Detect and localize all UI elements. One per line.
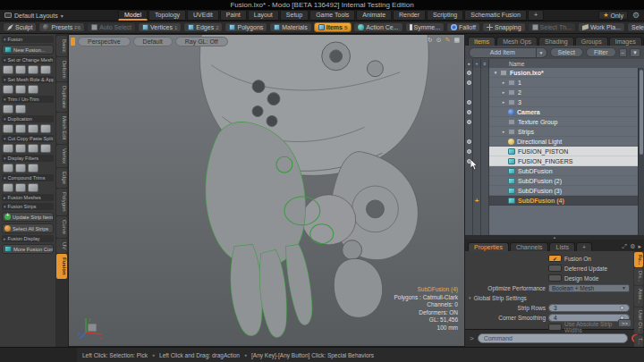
expand-more-button[interactable]: >> <box>618 319 631 327</box>
visibility-cell[interactable] <box>465 117 473 127</box>
rotate-icon[interactable]: ↻ <box>428 37 433 44</box>
viewport-tab-ray-gl-off[interactable]: Ray GL: Off <box>175 37 228 46</box>
pin-cell[interactable] <box>473 78 481 88</box>
pin-cell[interactable] <box>473 117 481 127</box>
item-name-cell[interactable]: FUSION_PISTON <box>489 147 644 156</box>
item-name-cell[interactable]: FUSION_FINGERS <box>489 156 644 166</box>
dup-source-icon[interactable] <box>3 124 13 133</box>
item-row[interactable]: ▸Strips <box>465 127 644 137</box>
pin-cell[interactable] <box>473 127 481 137</box>
copy-icon[interactable] <box>15 144 26 153</box>
presets-button[interactable]: PresetsF6 <box>38 22 85 32</box>
item-row[interactable]: ▾Fusion.lxo* <box>465 68 644 78</box>
prop-side-tab-dis[interactable]: Dis... <box>634 268 643 285</box>
cut-icon[interactable] <box>3 144 13 153</box>
item-row[interactable]: FUSION_FINGERS <box>465 156 644 166</box>
visibility-cell[interactable] <box>465 127 473 137</box>
visibility-cell[interactable] <box>465 97 473 107</box>
polygons-button[interactable]: Polygons <box>225 22 267 32</box>
command-input[interactable] <box>478 333 628 343</box>
section-header-set-mesh-role-apply[interactable]: ▾Set Mesh Role & Apply <box>2 76 54 83</box>
section-header-duplication[interactable]: ▾Duplication <box>2 115 54 122</box>
only-toggle[interactable]: ★ Only <box>598 11 628 20</box>
expander-icon[interactable]: ▸ <box>500 129 507 134</box>
layer-cell[interactable] <box>481 166 489 176</box>
item-name-cell[interactable]: Camera <box>489 107 644 117</box>
layout-tab-item[interactable]: + <box>528 10 544 21</box>
update-strip-items-button[interactable]: Update Strip Items <box>2 212 54 222</box>
layout-tab-render[interactable]: Render <box>393 10 426 21</box>
pin-cell[interactable] <box>473 88 481 97</box>
trim-icon[interactable] <box>3 105 13 114</box>
primary-role-icon[interactable] <box>3 65 13 74</box>
falloff-button[interactable]: Falloff <box>446 22 480 32</box>
item-row[interactable]: SubDFusion (3) <box>465 186 644 196</box>
side-tab-basic[interactable]: Basic <box>56 36 67 56</box>
dup-mirror-icon[interactable] <box>40 124 51 133</box>
item-row[interactable]: Directional Light <box>465 137 644 147</box>
layer-cell[interactable] <box>481 117 489 127</box>
visibility-eye-icon[interactable] <box>467 120 471 124</box>
layout-tab-setup[interactable]: Setup <box>280 10 309 21</box>
viewport-thumb-icon[interactable] <box>71 38 75 46</box>
pin-cell[interactable]: + <box>473 196 481 206</box>
pin-cell[interactable] <box>473 147 481 156</box>
layer-cell[interactable] <box>481 147 489 156</box>
visibility-cell[interactable] <box>465 107 473 117</box>
visibility-eye-icon[interactable] <box>467 71 471 75</box>
item-name-cell[interactable]: ▸3 <box>489 97 644 107</box>
gear-icon[interactable]: ⚙ <box>630 243 635 250</box>
visibility-cell[interactable] <box>465 88 473 97</box>
grid-icon[interactable]: ▦ <box>453 37 460 44</box>
layout-tab-game-tools[interactable]: Game Tools <box>309 10 355 21</box>
layer-cell[interactable] <box>481 196 489 206</box>
side-tab-fusion[interactable]: Fusion <box>56 254 67 279</box>
optimize-performance-select[interactable]: Boolean + Mesh▼ <box>548 284 630 292</box>
visibility-cell[interactable] <box>465 186 473 196</box>
items-button[interactable]: Items5 <box>314 22 352 32</box>
prop-tab-channels[interactable]: Channels <box>510 242 549 251</box>
dup-copy-icon[interactable] <box>28 124 38 133</box>
section-header-fusion-display[interactable]: ▸Fusion Display <box>2 235 54 242</box>
item-row[interactable]: Camera <box>465 107 644 117</box>
item-row[interactable]: ▸2 <box>465 88 644 97</box>
pin-cell[interactable] <box>473 137 481 147</box>
section-header-fusion[interactable]: ▾Fusion <box>2 36 54 43</box>
prop-tab-properties[interactable]: Properties <box>468 242 509 251</box>
apply-primary-icon[interactable] <box>3 85 13 94</box>
layout-tab-uvedit[interactable]: UVEdit <box>187 10 219 21</box>
sculpt-button[interactable]: Sculpt <box>3 22 37 32</box>
item-name-cell[interactable]: ▸1 <box>489 78 644 88</box>
side-tab-uv[interactable]: UV <box>56 239 67 253</box>
expand-icon[interactable]: ⤢ <box>623 243 628 250</box>
pin-cell[interactable] <box>473 107 481 117</box>
split-icon[interactable] <box>40 144 51 153</box>
prop-side-tab-asse[interactable]: Asse... <box>634 286 643 307</box>
section-header-fusion-strips[interactable]: ▾Fusion Strips <box>2 203 54 210</box>
remove-role-icon[interactable] <box>40 65 51 74</box>
section-header-fusion-meshes[interactable]: ▸Fusion Meshes <box>2 194 54 201</box>
strip-rows-input[interactable]: 3 <box>548 304 630 312</box>
filter-button[interactable]: Filter <box>586 47 616 57</box>
pin-cell[interactable] <box>473 97 481 107</box>
trim-role-icon[interactable] <box>15 65 26 74</box>
visibility-eye-icon[interactable] <box>467 149 471 154</box>
tab-mesh-ops[interactable]: Mesh Ops <box>496 37 538 46</box>
visibility-eye-icon[interactable] <box>467 110 471 114</box>
layout-tab-layout[interactable]: Layout <box>248 10 279 21</box>
viewport-3d[interactable]: PerspectiveDefaultRay GL: Off ↻⊙✎▦ SubDF… <box>68 34 465 347</box>
more-fusion-controls-button[interactable]: More Fusion Controls... <box>2 244 54 254</box>
stepper-icon[interactable] <box>620 306 624 310</box>
layer-cell[interactable] <box>481 137 489 147</box>
expander-icon[interactable]: ▸ <box>500 89 507 95</box>
compound-a-icon[interactable] <box>3 183 13 192</box>
visibility-eye-icon[interactable] <box>467 139 471 144</box>
compound-c-icon[interactable] <box>28 183 38 192</box>
visibility-eye-icon[interactable] <box>467 80 471 85</box>
expander-icon[interactable]: ▸ <box>500 80 507 85</box>
funnel-icon[interactable]: ▼ <box>630 48 640 57</box>
item-name-cell[interactable]: SubDFusion (2) <box>489 176 644 186</box>
section-header-display-filters[interactable]: ▾Display Filters <box>2 155 54 162</box>
paste-icon[interactable] <box>28 144 38 153</box>
item-name-cell[interactable]: SubDFusion (4) <box>489 196 644 206</box>
